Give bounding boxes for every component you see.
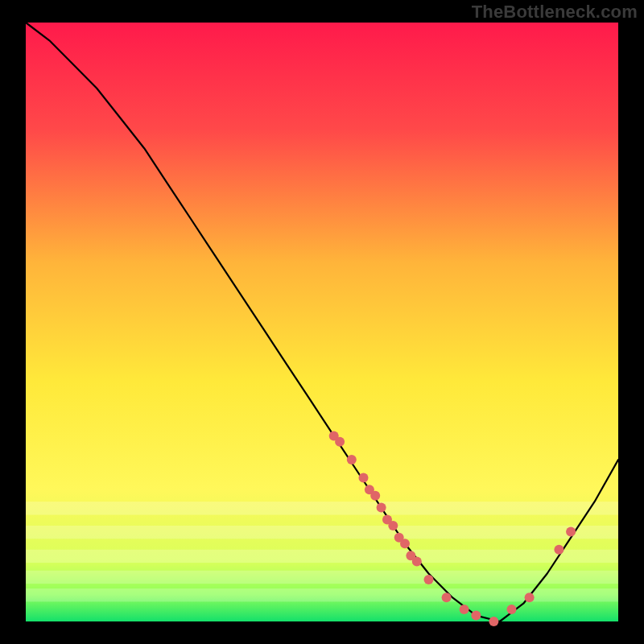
highlight-dot <box>424 575 434 584</box>
highlight-dot <box>460 605 469 614</box>
svg-rect-0 <box>26 502 618 514</box>
highlight-dot <box>400 539 410 548</box>
watermark-text: TheBottleneck.com <box>472 2 638 23</box>
highlight-dot <box>388 521 398 530</box>
highlight-dot <box>370 491 380 501</box>
highlight-dot <box>471 611 481 621</box>
highlight-dot <box>442 592 452 602</box>
svg-rect-3 <box>26 571 618 584</box>
highlight-dot <box>566 526 576 536</box>
svg-rect-2 <box>26 550 618 563</box>
svg-rect-1 <box>26 526 618 539</box>
highlight-dot <box>359 473 369 482</box>
highlight-dot <box>377 503 386 513</box>
highlight-dot <box>335 437 345 447</box>
highlight-dot <box>489 617 498 626</box>
highlight-dot <box>525 592 535 602</box>
highlight-dot <box>412 557 422 567</box>
highlight-dot <box>347 455 357 464</box>
highlight-dot <box>554 545 564 555</box>
chart-svg <box>0 0 644 644</box>
chart-frame: { "watermark": "TheBottleneck.com", "cha… <box>0 0 644 644</box>
highlight-dot <box>507 605 517 614</box>
